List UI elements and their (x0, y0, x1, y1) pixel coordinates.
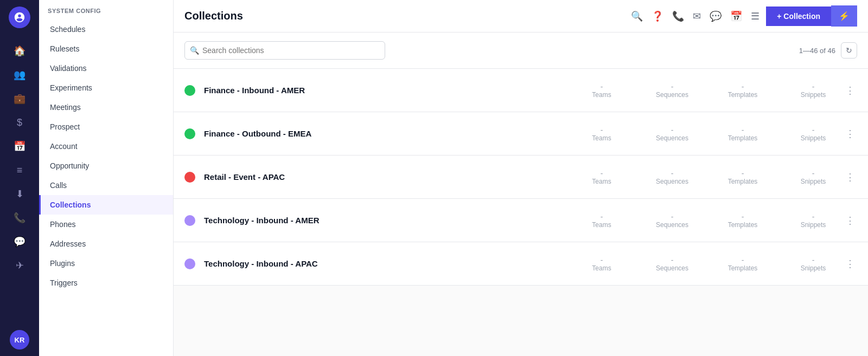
collection-stats: - Teams - Sequences - Templates - Snippe… (583, 212, 832, 229)
collections-table: Finance - Inbound - AMER - Teams - Seque… (174, 69, 868, 286)
snippets-stat: - Snippets (794, 256, 832, 272)
nav-inbox-icon[interactable]: ⬇ (9, 183, 30, 205)
count-text: 1—46 of 46 (799, 47, 835, 55)
table-row[interactable]: Retail - Event - APAC - Teams - Sequence… (174, 156, 868, 199)
collection-name: Finance - Outbound - EMEA (204, 129, 583, 138)
templates-value: - (742, 212, 744, 221)
sidebar-item-opportunity[interactable]: Opportunity (39, 156, 173, 176)
content-area: 🔍 1—46 of 46 ↻ Finance - Inbound - AMER … (174, 33, 868, 356)
row-menu-button[interactable]: ⋮ (843, 212, 857, 229)
sequences-value: - (671, 169, 674, 178)
templates-value: - (742, 169, 744, 178)
teams-stat: - Teams (583, 212, 621, 229)
nav-send-icon[interactable]: ✈ (9, 255, 30, 276)
page-title: Collections (184, 10, 631, 22)
phone-icon[interactable]: 📞 (672, 10, 684, 22)
search-bar: 🔍 1—46 of 46 ↻ (174, 33, 868, 69)
templates-stat: - Templates (724, 126, 762, 142)
collection-name: Technology - Inbound - AMER (204, 216, 583, 225)
templates-value: - (742, 256, 744, 264)
sidebar-item-phones[interactable]: Phones (39, 215, 173, 234)
row-menu-button[interactable]: ⋮ (843, 256, 857, 272)
snippets-value: - (812, 212, 815, 221)
snippets-label: Snippets (801, 134, 826, 142)
app-logo[interactable] (9, 7, 30, 28)
snippets-stat: - Snippets (794, 126, 832, 142)
nav-calendar-icon[interactable]: 📅 (9, 135, 30, 157)
teams-label: Teams (592, 264, 611, 272)
collection-status-dot (184, 258, 195, 269)
snippets-label: Snippets (801, 264, 826, 272)
sidebar-item-rulesets[interactable]: Rulesets (39, 39, 173, 59)
sidebar-section-title: SYSTEM CONFIG (39, 0, 173, 20)
sequences-value: - (671, 212, 674, 221)
templates-stat: - Templates (724, 256, 762, 272)
chat-icon[interactable]: 💬 (710, 10, 722, 22)
teams-value: - (601, 82, 603, 91)
main-panel: Collections 🔍 ❓ 📞 ✉ 💬 📅 ☰ + Collection ⚡… (174, 0, 868, 356)
lightning-button[interactable]: ⚡ (831, 5, 857, 27)
sidebar-item-collections[interactable]: Collections (39, 195, 173, 215)
mail-icon[interactable]: ✉ (693, 10, 701, 22)
table-row[interactable]: Technology - Inbound - AMER - Teams - Se… (174, 199, 868, 242)
sidebar-item-schedules[interactable]: Schedules (39, 20, 173, 39)
nav-dollar-icon[interactable]: $ (9, 112, 30, 133)
templates-stat: - Templates (724, 82, 762, 99)
teams-label: Teams (592, 91, 611, 99)
teams-label: Teams (592, 178, 611, 185)
templates-label: Templates (728, 264, 758, 272)
sequences-value: - (671, 256, 674, 264)
icon-bar: 🏠 👥 💼 $ 📅 ≡ ⬇ 📞 💬 ✈ KR (0, 0, 39, 356)
sequences-label: Sequences (656, 91, 688, 99)
snippets-label: Snippets (801, 91, 826, 99)
sidebar-item-experiments[interactable]: Experiments (39, 78, 173, 98)
sidebar-item-calls[interactable]: Calls (39, 176, 173, 195)
table-row[interactable]: Technology - Inbound - APAC - Teams - Se… (174, 242, 868, 286)
nav-chat-icon[interactable]: 💬 (9, 231, 30, 253)
refresh-button[interactable]: ↻ (841, 42, 857, 59)
nav-home-icon[interactable]: 🏠 (9, 40, 30, 62)
row-menu-button[interactable]: ⋮ (843, 169, 857, 185)
search-icon[interactable]: 🔍 (631, 10, 643, 22)
collection-status-dot (184, 215, 195, 226)
sequences-value: - (671, 82, 674, 91)
teams-label: Teams (592, 134, 611, 142)
sidebar: SYSTEM CONFIG SchedulesRulesetsValidatio… (39, 0, 174, 356)
templates-label: Templates (728, 91, 758, 99)
nav-list-icon[interactable]: ≡ (9, 159, 30, 181)
sidebar-item-validations[interactable]: Validations (39, 59, 173, 78)
templates-label: Templates (728, 221, 758, 229)
sidebar-item-plugins[interactable]: Plugins (39, 254, 173, 273)
help-icon[interactable]: ❓ (652, 10, 663, 22)
row-menu-button[interactable]: ⋮ (843, 82, 857, 99)
user-avatar[interactable]: KR (10, 330, 29, 349)
sequences-label: Sequences (656, 178, 688, 185)
add-collection-button[interactable]: + Collection (766, 7, 831, 26)
snippets-value: - (812, 169, 815, 178)
sequences-stat: - Sequences (653, 256, 691, 272)
menu-icon[interactable]: ☰ (751, 10, 760, 22)
collection-stats: - Teams - Sequences - Templates - Snippe… (583, 126, 832, 142)
teams-value: - (601, 212, 603, 221)
row-menu-button[interactable]: ⋮ (843, 126, 857, 142)
table-row[interactable]: Finance - Inbound - AMER - Teams - Seque… (174, 69, 868, 112)
search-input[interactable] (184, 41, 385, 60)
sidebar-item-triggers[interactable]: Triggers (39, 273, 173, 293)
sidebar-item-addresses[interactable]: Addresses (39, 234, 173, 254)
sequences-stat: - Sequences (653, 169, 691, 185)
nav-phone-icon[interactable]: 📞 (9, 207, 30, 229)
calendar-icon[interactable]: 📅 (730, 10, 742, 22)
templates-stat: - Templates (724, 169, 762, 185)
teams-stat: - Teams (583, 82, 621, 99)
table-row[interactable]: Finance - Outbound - EMEA - Teams - Sequ… (174, 112, 868, 156)
count-refresh-area: 1—46 of 46 ↻ (799, 42, 857, 59)
nav-people-icon[interactable]: 👥 (9, 64, 30, 86)
sidebar-item-meetings[interactable]: Meetings (39, 98, 173, 117)
templates-value: - (742, 82, 744, 91)
sidebar-item-account[interactable]: Account (39, 137, 173, 156)
nav-briefcase-icon[interactable]: 💼 (9, 88, 30, 109)
sequences-label: Sequences (656, 134, 688, 142)
snippets-stat: - Snippets (794, 169, 832, 185)
snippets-stat: - Snippets (794, 82, 832, 99)
sidebar-item-prospect[interactable]: Prospect (39, 117, 173, 137)
